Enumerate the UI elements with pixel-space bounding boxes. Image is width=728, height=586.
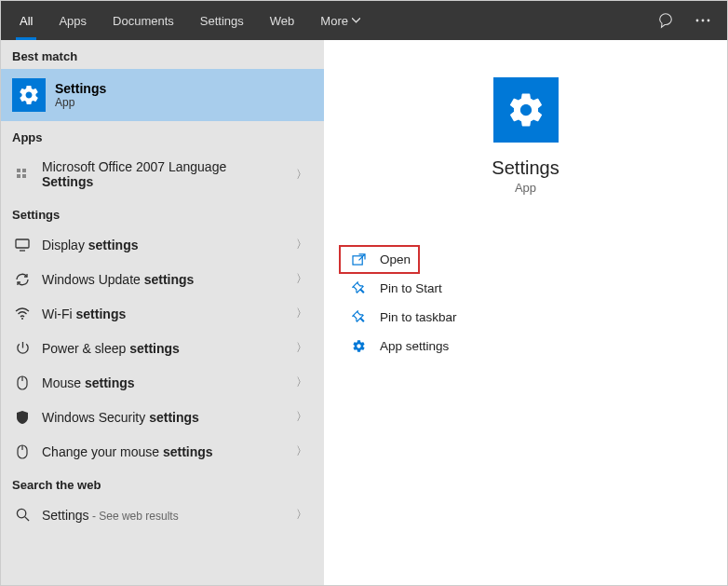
best-match-subtitle: App bbox=[55, 96, 106, 109]
svg-point-0 bbox=[696, 20, 699, 22]
wifi-icon bbox=[12, 307, 33, 320]
best-match-item[interactable]: Settings App bbox=[1, 69, 324, 121]
action-open[interactable]: Open bbox=[339, 245, 420, 274]
tab-all[interactable]: All bbox=[7, 1, 46, 40]
svg-point-2 bbox=[708, 20, 710, 22]
gear-icon bbox=[348, 339, 369, 353]
svg-rect-16 bbox=[353, 256, 362, 265]
actions-list: Open Pin to Start Pin to taskbar App set… bbox=[339, 245, 712, 361]
best-match-title: Settings bbox=[55, 81, 106, 96]
setting-label: Windows Update settings bbox=[42, 272, 296, 287]
svg-rect-3 bbox=[17, 169, 20, 172]
chevron-right-icon: 〉 bbox=[296, 409, 313, 425]
pin-taskbar-icon bbox=[348, 310, 369, 324]
web-result-label: Settings - See web results bbox=[42, 508, 296, 523]
setting-label: Power & sleep settings bbox=[42, 341, 296, 356]
svg-point-9 bbox=[21, 318, 23, 320]
power-icon bbox=[12, 341, 33, 355]
svg-rect-7 bbox=[16, 239, 29, 248]
setting-windows-update[interactable]: Windows Update settings 〉 bbox=[1, 262, 324, 296]
action-pin-taskbar[interactable]: Pin to taskbar bbox=[339, 303, 712, 332]
best-match-header: Best match bbox=[1, 40, 324, 69]
chevron-right-icon: 〉 bbox=[296, 237, 313, 252]
top-tab-bar: All Apps Documents Settings Web More bbox=[1, 1, 727, 40]
mouse-icon bbox=[12, 444, 33, 459]
chevron-right-icon: 〉 bbox=[296, 375, 313, 390]
preview-title: Settings bbox=[339, 157, 712, 179]
shield-icon bbox=[12, 410, 33, 425]
setting-windows-security[interactable]: Windows Security settings 〉 bbox=[1, 400, 324, 434]
setting-change-mouse[interactable]: Change your mouse settings 〉 bbox=[1, 434, 324, 469]
mouse-icon bbox=[12, 375, 33, 390]
chevron-right-icon: 〉 bbox=[296, 271, 313, 287]
svg-line-15 bbox=[24, 517, 28, 521]
pin-icon bbox=[348, 281, 369, 295]
action-label: App settings bbox=[380, 339, 449, 353]
setting-mouse[interactable]: Mouse settings 〉 bbox=[1, 365, 324, 400]
tab-more[interactable]: More bbox=[307, 1, 373, 40]
setting-label: Display settings bbox=[42, 238, 296, 252]
setting-display[interactable]: Display settings 〉 bbox=[1, 227, 324, 262]
setting-label: Mouse settings bbox=[42, 375, 296, 390]
setting-power-sleep[interactable]: Power & sleep settings 〉 bbox=[1, 331, 324, 365]
setting-wifi[interactable]: Wi-Fi settings 〉 bbox=[1, 296, 324, 331]
svg-point-14 bbox=[17, 509, 25, 517]
chevron-right-icon: 〉 bbox=[296, 167, 313, 183]
open-icon bbox=[348, 253, 369, 266]
chevron-down-icon bbox=[352, 18, 360, 23]
office-icon bbox=[12, 168, 33, 181]
gear-icon bbox=[493, 77, 559, 143]
svg-point-1 bbox=[702, 20, 705, 22]
action-label: Pin to Start bbox=[380, 281, 442, 295]
svg-rect-6 bbox=[22, 174, 26, 178]
more-options-icon[interactable] bbox=[684, 1, 721, 40]
action-app-settings[interactable]: App settings bbox=[339, 332, 712, 361]
web-header: Search the web bbox=[1, 469, 324, 497]
results-panel: Best match Settings App Apps Microsoft O… bbox=[1, 40, 324, 586]
tab-settings[interactable]: Settings bbox=[187, 1, 257, 40]
gear-icon bbox=[12, 78, 46, 112]
refresh-icon bbox=[12, 272, 33, 287]
chevron-right-icon: 〉 bbox=[296, 306, 313, 321]
action-label: Open bbox=[380, 252, 411, 266]
app-result-label: Microsoft Office 2007 Language Settings bbox=[42, 159, 296, 189]
action-label: Pin to taskbar bbox=[380, 310, 457, 324]
preview-subtitle: App bbox=[339, 181, 712, 195]
svg-rect-5 bbox=[17, 174, 20, 178]
chevron-right-icon: 〉 bbox=[296, 507, 313, 523]
setting-label: Windows Security settings bbox=[42, 410, 296, 425]
tab-web[interactable]: Web bbox=[257, 1, 308, 40]
svg-rect-4 bbox=[22, 169, 26, 172]
tab-documents[interactable]: Documents bbox=[100, 1, 187, 40]
app-result-item[interactable]: Microsoft Office 2007 Language Settings … bbox=[1, 150, 324, 198]
action-pin-start[interactable]: Pin to Start bbox=[339, 274, 712, 303]
chevron-right-icon: 〉 bbox=[296, 443, 313, 459]
apps-header: Apps bbox=[1, 121, 324, 150]
tab-apps[interactable]: Apps bbox=[46, 1, 100, 40]
display-icon bbox=[12, 238, 33, 252]
web-result-item[interactable]: Settings - See web results 〉 bbox=[1, 497, 324, 532]
setting-label: Wi-Fi settings bbox=[42, 307, 296, 321]
settings-header: Settings bbox=[1, 198, 324, 227]
search-icon bbox=[12, 508, 33, 522]
chevron-right-icon: 〉 bbox=[296, 340, 313, 356]
preview-panel: Settings App Open Pin to Start Pin to ta… bbox=[324, 40, 727, 586]
setting-label: Change your mouse settings bbox=[42, 444, 296, 459]
feedback-icon[interactable] bbox=[647, 1, 684, 40]
